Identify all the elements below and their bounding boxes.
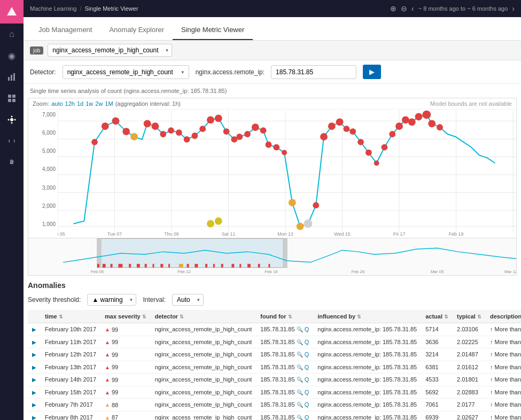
filter-bar: Severity threshold: ▲ warning Interval: … (28, 294, 517, 306)
th-detector[interactable]: detector ⇅ (151, 310, 256, 323)
svg-point-60 (382, 144, 388, 151)
zoom-12h[interactable]: 12h (65, 100, 75, 107)
detector-cell: nginx_access_remote_ip_high_count (151, 336, 256, 348)
search-icon[interactable]: 🔍 (297, 352, 303, 357)
breadcrumb-root[interactable]: Machine Learning (30, 5, 76, 12)
minimap-plot[interactable]: Feb 05 Feb 12 Feb 19 Feb 26 Mar 05 Mar 1… (58, 238, 516, 275)
found-for-cell: 185.78.31.85 🔍 Q (256, 361, 313, 374)
search-icon[interactable]: 🔍 (297, 415, 303, 420)
filter-icon[interactable]: Q (305, 326, 309, 332)
svg-point-35 (168, 127, 174, 134)
influenced-by-cell: nginx.access.remote_ip: 185.78.31.85 (313, 336, 421, 348)
typical-cell: 2.0177 (453, 399, 486, 411)
svg-point-74 (304, 220, 313, 228)
svg-rect-93 (153, 264, 154, 268)
search-icon[interactable]: 🔍 (297, 402, 303, 408)
th-actual[interactable]: actual ⇅ (421, 310, 453, 323)
sidebar-item-visualize[interactable] (0, 66, 24, 88)
tab-single-metric-viewer[interactable]: Single Metric Viewer (173, 20, 253, 40)
svg-text:Tue 07: Tue 07 (107, 231, 122, 237)
th-typical[interactable]: typical ⇅ (453, 310, 486, 323)
search-icon[interactable]: 🔍 (297, 390, 303, 395)
influenced-by-cell: nginx.access.remote_ip: 185.78.31.85 (313, 411, 421, 420)
svg-point-72 (207, 220, 214, 228)
influenced-by-cell: nginx.access.remote_ip: 185.78.31.85 (313, 399, 421, 411)
expand-cell[interactable]: ▶ (28, 411, 41, 420)
detector-select[interactable]: nginx_access_remote_ip_high_count (63, 65, 189, 79)
th-time[interactable]: time ⇅ (41, 310, 100, 323)
zoom-1d[interactable]: 1d (77, 100, 83, 107)
sidebar-item-ml[interactable] (0, 109, 24, 130)
sidebar-item-dashboard[interactable] (0, 88, 24, 109)
job-select-wrapper: nginx_access_remote_ip_high_count (48, 44, 172, 57)
zoom-2w[interactable]: 2w (95, 100, 103, 107)
severity-threshold-label: Severity threshold: (28, 296, 81, 304)
expand-cell[interactable]: ▶ (28, 386, 41, 399)
svg-point-31 (122, 128, 130, 135)
zoom-1M[interactable]: 1M (105, 100, 113, 107)
sidebar-item-devtools[interactable] (0, 130, 24, 152)
search-icon[interactable]: 🔍 (297, 339, 303, 345)
sidebar-item-home[interactable]: ⌂ (0, 24, 24, 45)
found-for-cell: 185.78.31.85 🔍 Q (256, 411, 313, 420)
search-icon[interactable]: 🔍 (297, 364, 303, 370)
filter-icon[interactable]: Q (305, 339, 309, 345)
zoom-in-icon[interactable]: ⊕ (390, 4, 396, 13)
topbar: Machine Learning / Single Metric Viewer … (24, 0, 521, 17)
zoom-auto[interactable]: auto (51, 100, 63, 107)
filter-icon[interactable]: Q (305, 414, 309, 420)
svg-rect-3 (8, 95, 11, 98)
zoom-1w[interactable]: 1w (85, 100, 93, 107)
th-description[interactable]: description ⇅ (486, 310, 521, 323)
interval-select[interactable]: Auto (172, 294, 204, 306)
job-select[interactable]: nginx_access_remote_ip_high_count (48, 44, 172, 57)
zoom-out-icon[interactable]: ⊖ (401, 4, 407, 13)
tab-job-management[interactable]: Job Management (30, 20, 100, 40)
th-influenced-by[interactable]: influenced by ⇅ (313, 310, 421, 323)
severity-cell: ▲ 99 (100, 323, 151, 336)
svg-point-40 (207, 116, 214, 124)
sidebar-item-settings[interactable] (0, 152, 24, 173)
aggregation-label: (aggregation interval: 1h) (115, 100, 181, 107)
svg-rect-1 (11, 75, 12, 81)
logo[interactable] (0, 0, 24, 24)
nav-next-icon[interactable]: › (512, 4, 515, 13)
chart-toolbar: Zoom: auto 12h 1d 1w 2w 1M (aggregation … (28, 98, 516, 110)
tab-anomaly-explorer[interactable]: Anomaly Explorer (100, 20, 173, 40)
time-cell: February 14th 2017 (41, 374, 100, 386)
severity-select[interactable]: ▲ warning (87, 294, 136, 306)
expand-cell[interactable]: ▶ (28, 361, 41, 374)
th-max-severity[interactable]: max severity ⇅ (100, 310, 151, 323)
filter-icon[interactable]: Q (305, 351, 309, 357)
expand-cell[interactable]: ▶ (28, 348, 41, 361)
expand-cell[interactable]: ▶ (28, 323, 41, 336)
filter-icon[interactable]: Q (305, 401, 309, 408)
filter-icon[interactable]: Q (305, 364, 309, 370)
entity-input[interactable] (271, 65, 356, 79)
description-cell: ↑ More than 100x higher (486, 374, 521, 386)
description-cell: ↑ More than 100x higher (486, 323, 521, 336)
svg-rect-100 (213, 264, 215, 268)
description-cell: ↑ More than 100x higher (486, 386, 521, 399)
svg-rect-5 (8, 99, 11, 102)
svg-text:Feb 19: Feb 19 (449, 231, 464, 237)
svg-point-49 (273, 144, 279, 151)
found-for-cell: 185.78.31.85 🔍 Q (256, 348, 313, 361)
svg-point-34 (160, 131, 166, 137)
svg-rect-95 (168, 264, 170, 268)
minimap-yaxis (28, 238, 58, 275)
sidebar-item-discover[interactable]: ◉ (0, 45, 24, 66)
expand-cell[interactable]: ▶ (28, 336, 41, 348)
expand-cell[interactable]: ▶ (28, 399, 41, 411)
search-icon[interactable]: 🔍 (297, 377, 303, 383)
filter-icon[interactable]: Q (305, 389, 309, 395)
search-icon[interactable]: 🔍 (297, 326, 303, 332)
expand-icon: ▶ (32, 326, 36, 332)
description-cell: ↑ More than 100x higher (486, 399, 521, 411)
expand-cell[interactable]: ▶ (28, 374, 41, 386)
run-button[interactable]: ▶ (363, 65, 381, 79)
th-found-for[interactable]: found for ⇅ (256, 310, 313, 323)
filter-icon[interactable]: Q (305, 376, 309, 383)
svg-point-41 (215, 115, 222, 122)
nav-prev-icon[interactable]: ‹ (411, 4, 414, 13)
